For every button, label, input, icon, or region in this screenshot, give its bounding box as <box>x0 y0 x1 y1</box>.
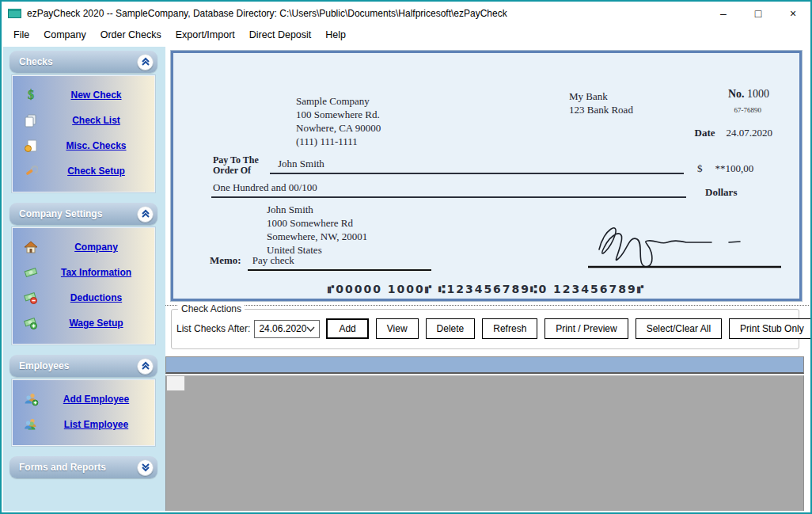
panel-company-settings: Company Settings Company <box>9 203 157 345</box>
sidebar-link[interactable]: Check List <box>49 115 143 126</box>
sidebar-item-company[interactable]: Company <box>13 234 154 260</box>
group-label: Check Actions <box>178 303 245 314</box>
app-window: ezPayCheck 2020 -- SampleCompany, Databa… <box>0 0 812 514</box>
add-button[interactable]: Add <box>326 318 368 339</box>
view-button[interactable]: View <box>376 318 419 339</box>
sidebar-link[interactable]: Misc. Checks <box>49 140 143 151</box>
banknote-minus-icon <box>13 291 49 305</box>
panel-forms-reports-header[interactable]: Forms and Reports <box>9 456 157 478</box>
close-button[interactable]: × <box>776 2 810 25</box>
sidebar-item-add-employee[interactable]: Add Employee <box>13 386 154 412</box>
panel-title: Checks <box>19 56 53 67</box>
pay-to-label: Pay To The Order Of <box>213 155 259 176</box>
copy-pages-icon <box>13 113 49 128</box>
check-list-grid <box>165 356 804 511</box>
minimize-button[interactable]: – <box>706 2 741 25</box>
panel-title: Forms and Reports <box>19 462 106 473</box>
bank-name: My Bank <box>569 89 633 103</box>
check-number: No. 1000 <box>728 88 769 101</box>
panel-title: Company Settings <box>19 208 102 219</box>
sidebar-item-check-list[interactable]: Check List <box>13 108 154 133</box>
sidebar-item-check-setup[interactable]: Check Setup <box>13 158 154 184</box>
sidebar-link[interactable]: Deductions <box>49 292 143 303</box>
house-icon <box>13 240 49 254</box>
collapse-up-icon[interactable] <box>137 54 154 70</box>
sidebar-link[interactable]: New Check <box>49 89 143 101</box>
grid-body <box>165 375 804 511</box>
maximize-button[interactable]: □ <box>741 2 776 25</box>
list-checks-after-label: List Checks After: <box>176 323 250 334</box>
delete-button[interactable]: Delete <box>426 318 476 339</box>
company-address-block: Sample Company 100 Somewhere Rd. Nowhere… <box>296 94 381 149</box>
check-preview: Sample Company 100 Somewhere Rd. Nowhere… <box>171 51 802 301</box>
company-address2: Nowhere, CA 90000 <box>296 121 381 135</box>
banknote-icon <box>13 265 49 280</box>
memo-value: Pay check <box>248 254 431 271</box>
app-icon <box>8 9 21 18</box>
sidebar-item-deductions[interactable]: Deductions <box>13 285 154 310</box>
check-actions-group: Check Actions List Checks After: 24.06.2… <box>171 309 799 349</box>
company-phone: (111) 111-1111 <box>296 135 381 148</box>
select-clear-all-button[interactable]: Select/Clear All <box>636 318 722 339</box>
amount-numeric: $**100,00 <box>697 162 753 175</box>
sidebar-link[interactable]: Check Setup <box>49 166 143 177</box>
svg-text:$: $ <box>28 88 34 101</box>
sidebar-link[interactable]: Wage Setup <box>49 318 143 329</box>
sidebar-item-misc-checks[interactable]: Misc. Checks <box>13 133 154 158</box>
panel-checks-header[interactable]: Checks <box>9 51 157 73</box>
bank-address: 123 Bank Road <box>569 103 633 116</box>
memo: Memo: Pay check <box>210 254 431 271</box>
wrench-icon <box>13 164 49 178</box>
company-name: Sample Company <box>296 94 381 108</box>
title-bar: ezPayCheck 2020 -- SampleCompany, Databa… <box>2 2 810 25</box>
section-divider <box>165 305 809 306</box>
menu-help[interactable]: Help <box>318 26 353 44</box>
print-stub-only-button[interactable]: Print Stub Only <box>729 318 812 339</box>
sidebar-item-list-employee[interactable]: List Employee <box>13 412 154 437</box>
dollar-icon: $ <box>13 88 49 102</box>
date-filter-value: 24.06.2020 <box>259 323 306 334</box>
print-preview-button[interactable]: Print / Preview <box>544 318 628 339</box>
check-date: Date24.07.2020 <box>695 127 773 139</box>
panel-employees: Employees Add Employee <box>9 355 157 446</box>
menu-export-import[interactable]: Export/Import <box>169 26 242 44</box>
sidebar-item-tax-information[interactable]: Tax Information <box>13 260 154 285</box>
sidebar: Checks $ New Check <box>3 47 165 511</box>
sidebar-link[interactable]: List Employee <box>49 419 143 430</box>
menu-file[interactable]: File <box>6 26 36 44</box>
sidebar-link[interactable]: Add Employee <box>49 394 143 405</box>
routing-fraction: 67-76890 <box>734 106 762 114</box>
signature <box>585 218 784 270</box>
payee-name: John Smith <box>270 158 684 174</box>
sidebar-link[interactable]: Company <box>49 242 143 253</box>
chevron-down-icon[interactable] <box>306 326 315 332</box>
panel-checks: Checks $ New Check <box>9 51 157 192</box>
amount-in-words: One Hundred and 00/100 <box>211 181 686 198</box>
sidebar-item-wage-setup[interactable]: Wage Setup <box>13 310 154 336</box>
document-coin-icon <box>13 139 49 153</box>
payee-address-block: John Smith 1000 Somewhere Rd Somewhere, … <box>267 204 367 257</box>
panel-title: Employees <box>19 360 69 371</box>
collapse-down-icon[interactable] <box>137 459 154 476</box>
collapse-up-icon[interactable] <box>137 358 154 375</box>
window-title: ezPayCheck 2020 -- SampleCompany, Databa… <box>27 8 507 19</box>
menu-direct-deposit[interactable]: Direct Deposit <box>242 26 319 44</box>
dollars-label: Dollars <box>705 186 737 199</box>
menu-order-checks[interactable]: Order Checks <box>93 26 169 44</box>
panel-company-settings-header[interactable]: Company Settings <box>9 203 157 225</box>
refresh-button[interactable]: Refresh <box>482 318 537 339</box>
collapse-up-icon[interactable] <box>137 206 154 223</box>
panel-employees-header[interactable]: Employees <box>9 355 157 377</box>
people-icon <box>13 417 49 432</box>
micr-line: ⑈00000 1000⑈ ⑆123456789⑆0 123456789⑈ <box>173 283 799 295</box>
bank-block: My Bank 123 Bank Road <box>569 89 633 116</box>
menu-company[interactable]: Company <box>36 26 93 44</box>
grid-header-row <box>165 356 804 374</box>
person-add-icon <box>13 392 49 406</box>
banknote-plus-icon <box>13 316 49 330</box>
company-address1: 100 Somewhere Rd. <box>296 108 381 121</box>
sidebar-item-new-check[interactable]: $ New Check <box>13 82 154 108</box>
grid-corner-cell <box>166 375 185 391</box>
sidebar-link[interactable]: Tax Information <box>49 267 143 278</box>
date-filter-combobox[interactable]: 24.06.2020 <box>254 320 320 338</box>
